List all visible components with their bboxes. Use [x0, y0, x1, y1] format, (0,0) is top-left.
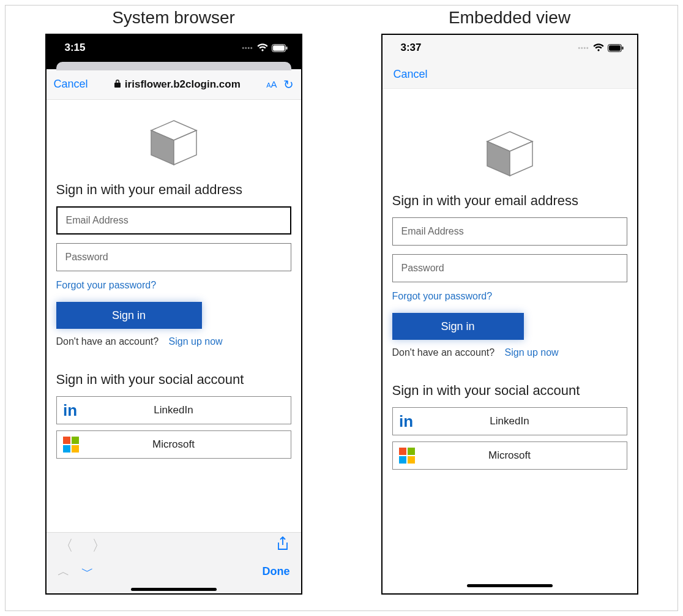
forgot-password-link[interactable]: Forgot your password?: [392, 291, 627, 302]
no-account-text: Don't have an account?: [56, 336, 159, 347]
signup-link[interactable]: Sign up now: [505, 347, 559, 358]
home-indicator: [467, 584, 553, 587]
no-account-text: Don't have an account?: [392, 347, 495, 358]
status-icons: ••••: [578, 43, 623, 52]
linkedin-button[interactable]: in LinkedIn: [392, 407, 627, 435]
signin-button[interactable]: Sign in: [392, 313, 524, 340]
forgot-password-link[interactable]: Forgot your password?: [56, 280, 291, 291]
system-browser-column: System browser 3:15 •••• Cancel: [45, 8, 302, 595]
status-time: 3:15: [65, 42, 86, 54]
share-icon[interactable]: [277, 536, 289, 555]
url-domain: irisflower.b2clogin.com: [125, 78, 241, 91]
status-bar: 3:37 ••••: [383, 35, 637, 61]
signin-heading: Sign in with your email address: [392, 193, 627, 209]
svg-rect-2: [286, 47, 287, 50]
microsoft-button[interactable]: Microsoft: [392, 441, 627, 470]
password-field[interactable]: Password: [392, 254, 627, 282]
password-field[interactable]: Password: [56, 243, 291, 271]
email-field[interactable]: Email Address: [392, 217, 627, 246]
status-time: 3:37: [401, 42, 422, 54]
svg-rect-9: [622, 47, 623, 50]
column-title-right: Embedded view: [449, 8, 570, 28]
signal-dots-icon: ••••: [242, 45, 253, 51]
done-button[interactable]: Done: [263, 565, 290, 578]
cancel-button[interactable]: Cancel: [54, 78, 88, 91]
linkedin-icon: in: [399, 413, 417, 429]
microsoft-icon: [63, 437, 79, 453]
safari-toolbar: 〈 〉 ︿ ﹀ Done: [47, 532, 301, 593]
linkedin-icon: in: [63, 402, 81, 418]
embedded-nav-bar: Cancel: [383, 61, 637, 89]
status-bar: 3:15 ••••: [47, 35, 301, 61]
svg-rect-8: [609, 45, 621, 51]
app-logo: [392, 129, 627, 178]
microsoft-label: Microsoft: [57, 438, 291, 451]
battery-icon: [272, 44, 288, 52]
status-icons: ••••: [242, 43, 287, 52]
wifi-icon: [257, 43, 268, 52]
linkedin-label: LinkedIn: [393, 415, 627, 427]
chevron-up-icon: ︿: [58, 565, 70, 578]
svg-text:in: in: [63, 402, 77, 418]
social-heading: Sign in with your social account: [392, 383, 627, 399]
microsoft-label: Microsoft: [393, 449, 627, 462]
text-size-button[interactable]: AA: [266, 79, 277, 89]
embedded-view-column: Embedded view 3:37 •••• Cancel: [381, 8, 638, 595]
linkedin-button[interactable]: in LinkedIn: [56, 396, 291, 424]
forward-icon[interactable]: 〉: [92, 536, 106, 555]
safari-address-bar: Cancel irisflower.b2clogin.com AA ↻: [47, 69, 301, 100]
signal-dots-icon: ••••: [578, 45, 589, 51]
comparison-container: System browser 3:15 •••• Cancel: [5, 5, 678, 611]
microsoft-icon: [399, 448, 415, 464]
phone-frame-right: 3:37 •••• Cancel: [381, 34, 638, 595]
microsoft-button[interactable]: Microsoft: [56, 430, 291, 459]
home-indicator: [131, 588, 217, 591]
wifi-icon: [593, 43, 604, 52]
linkedin-label: LinkedIn: [57, 404, 291, 416]
svg-rect-1: [273, 45, 285, 51]
url-display[interactable]: irisflower.b2clogin.com: [94, 78, 261, 91]
embedded-bottom: [392, 580, 627, 593]
battery-icon: [608, 44, 624, 52]
column-title-left: System browser: [112, 8, 235, 28]
reload-icon[interactable]: ↻: [283, 77, 294, 92]
chevron-down-icon[interactable]: ﹀: [81, 565, 94, 578]
signup-link[interactable]: Sign up now: [169, 336, 223, 347]
cancel-button[interactable]: Cancel: [394, 68, 428, 81]
safari-tab-strip: [47, 61, 301, 69]
signup-row: Don't have an account? Sign up now: [392, 347, 627, 358]
signin-button[interactable]: Sign in: [56, 302, 202, 329]
lock-icon: [114, 78, 121, 91]
back-icon[interactable]: 〈: [59, 536, 73, 555]
cube-icon: [482, 129, 537, 178]
app-logo: [56, 118, 291, 167]
signin-page: Sign in with your email address Email Ad…: [47, 100, 301, 532]
signin-heading: Sign in with your email address: [56, 182, 291, 198]
cube-icon: [146, 118, 201, 167]
signup-row: Don't have an account? Sign up now: [56, 336, 291, 347]
social-heading: Sign in with your social account: [56, 372, 291, 388]
svg-text:in: in: [399, 413, 413, 429]
email-field[interactable]: Email Address: [56, 206, 291, 235]
signin-page: Sign in with your email address Email Ad…: [383, 89, 637, 593]
phone-frame-left: 3:15 •••• Cancel: [45, 34, 302, 595]
